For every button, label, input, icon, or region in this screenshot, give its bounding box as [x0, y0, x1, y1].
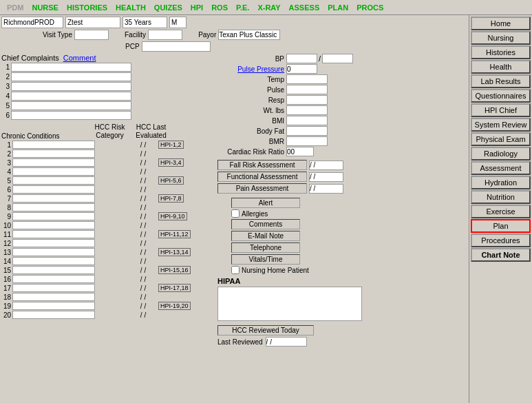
chronic-input-14[interactable] — [12, 257, 95, 265]
vitals-time-button[interactable]: Vitals/Time — [231, 254, 300, 265]
hpi-btn-9[interactable]: HPI-9,10 — [158, 212, 187, 220]
cardiac-risk-input[interactable] — [286, 147, 314, 156]
hpi-btn-5[interactable]: HPI-5,6 — [158, 176, 184, 185]
payor-input[interactable] — [218, 30, 280, 40]
sidebar-histories-button[interactable]: Histories — [471, 45, 531, 59]
pulse-input[interactable] — [286, 85, 328, 94]
pain-assess-button[interactable]: Pain Assessment — [217, 183, 307, 194]
pulse-pressure-link[interactable]: Pulse Pressure — [217, 65, 286, 73]
sidebar-exercise-button[interactable]: Exercise — [471, 205, 531, 218]
nursing-home-checkbox[interactable] — [231, 266, 240, 274]
telephone-button[interactable]: Telephone — [231, 242, 300, 253]
sidebar-radiology-button[interactable]: Radiology — [471, 147, 531, 161]
patient-name-field[interactable] — [65, 17, 120, 28]
nav-plan[interactable]: PLAN — [323, 3, 352, 12]
hpi-btn-15[interactable]: HPI-15,16 — [158, 266, 191, 274]
nav-assess[interactable]: ASSESS — [285, 3, 324, 12]
hpi-btn-13[interactable]: HPI-13,14 — [158, 248, 191, 256]
sidebar-nutrition-button[interactable]: Nutrition — [471, 190, 531, 204]
functional-assess-button[interactable]: Functional Assessment — [217, 172, 307, 182]
chronic-input-12[interactable] — [12, 239, 95, 247]
pcp-input[interactable] — [142, 41, 211, 52]
chronic-input-10[interactable] — [12, 221, 95, 229]
patient-gender-field[interactable] — [169, 17, 187, 28]
sidebar-home-button[interactable]: Home — [471, 17, 531, 30]
sidebar-chart-note-button[interactable]: Chart Note — [471, 248, 531, 262]
bmr-input[interactable] — [286, 136, 328, 146]
facility-input[interactable] — [148, 30, 182, 40]
chronic-input-15[interactable] — [12, 266, 95, 274]
visit-type-input[interactable] — [74, 30, 109, 40]
chronic-input-17[interactable] — [12, 284, 95, 292]
comments-button[interactable]: Comments — [231, 219, 300, 229]
hpi-btn-1[interactable]: HPI-1,2 — [158, 141, 184, 149]
sidebar-nursing-button[interactable]: Nursing — [471, 31, 531, 45]
functional-assess-date[interactable] — [309, 172, 343, 182]
hpi-btn-11[interactable]: HPI-11,12 — [158, 230, 191, 238]
hpi-btn-19[interactable]: HPI-19,20 — [158, 302, 191, 310]
chronic-input-11[interactable] — [12, 230, 95, 238]
chronic-input-20[interactable] — [12, 311, 95, 319]
patient-age-field[interactable] — [123, 17, 167, 28]
sidebar-health-button[interactable]: Health — [471, 60, 531, 74]
nav-quizes[interactable]: QUIZES — [150, 3, 187, 12]
sidebar-plan-button[interactable]: Plan — [471, 219, 531, 233]
chronic-input-6[interactable] — [12, 185, 95, 194]
nav-hpi[interactable]: HPI — [187, 3, 207, 12]
bp-input1[interactable] — [286, 54, 317, 63]
pulse-pressure-input[interactable] — [286, 64, 317, 74]
sidebar-system-review-button[interactable]: System Review — [471, 118, 531, 132]
sidebar-physical-exam-button[interactable]: Physical Exam — [471, 132, 531, 146]
chronic-input-3[interactable] — [12, 158, 95, 167]
nav-pdm[interactable]: PDM — [3, 3, 28, 12]
chronic-input-1[interactable] — [12, 141, 95, 149]
location-field[interactable] — [1, 17, 63, 28]
sidebar-assessment-button[interactable]: Assessment — [471, 161, 531, 175]
last-reviewed-input[interactable] — [266, 337, 307, 347]
sidebar-lab-results-button[interactable]: Lab Results — [471, 74, 531, 88]
chronic-input-18[interactable] — [12, 293, 95, 301]
sidebar-hpi-chief-button[interactable]: HPI Chief — [471, 103, 531, 117]
temp-input[interactable] — [286, 74, 328, 84]
nav-nurse[interactable]: NURSE — [28, 3, 63, 12]
fall-risk-date[interactable] — [309, 161, 343, 170]
comment-link[interactable]: Comment — [63, 54, 96, 62]
alert-button[interactable]: Alert — [231, 198, 300, 208]
sidebar-questionnaires-button[interactable]: Questionnaires — [471, 89, 531, 103]
chronic-input-2[interactable] — [12, 149, 95, 158]
nav-histories[interactable]: HISTORIES — [63, 3, 111, 12]
chronic-input-16[interactable] — [12, 275, 95, 283]
pain-assess-date[interactable] — [309, 184, 343, 194]
bp-input2[interactable] — [322, 54, 353, 63]
chronic-input-9[interactable] — [12, 212, 95, 220]
chronic-input-13[interactable] — [12, 248, 95, 256]
chronic-input-4[interactable] — [12, 167, 95, 176]
complaint-input-2[interactable] — [11, 72, 131, 81]
chronic-input-8[interactable] — [12, 203, 95, 211]
sidebar-hydration-button[interactable]: Hydration — [471, 176, 531, 189]
nav-ros[interactable]: ROS — [207, 3, 232, 12]
hcc-reviewed-button[interactable]: HCC Reviewed Today — [217, 325, 314, 335]
nav-xray[interactable]: X-RAY — [253, 3, 284, 12]
complaint-input-3[interactable] — [11, 82, 131, 91]
fall-risk-button[interactable]: Fall Risk Assessment — [217, 160, 307, 170]
complaint-input-4[interactable] — [11, 92, 131, 101]
hpi-btn-17[interactable]: HPI-17,18 — [158, 284, 191, 292]
nav-procs[interactable]: PROCS — [352, 3, 387, 12]
nav-health[interactable]: HEALTH — [111, 3, 150, 12]
resp-input[interactable] — [286, 95, 328, 105]
chronic-input-7[interactable] — [12, 194, 95, 203]
hpi-btn-7[interactable]: HPI-7,8 — [158, 194, 184, 203]
email-note-button[interactable]: E-Mail Note — [231, 231, 300, 241]
hipaa-textarea[interactable] — [217, 287, 362, 321]
hpi-btn-3[interactable]: HPI-3,4 — [158, 158, 184, 167]
complaint-input-1[interactable] — [11, 63, 131, 72]
complaint-input-5[interactable] — [11, 101, 131, 110]
wt-input[interactable] — [286, 105, 328, 115]
allergies-checkbox[interactable] — [231, 209, 240, 218]
chronic-input-5[interactable] — [12, 176, 95, 185]
complaint-input-6[interactable] — [11, 111, 131, 120]
bmi-input[interactable] — [286, 116, 328, 125]
sidebar-procedures-button[interactable]: Procedures — [471, 234, 531, 247]
chronic-input-19[interactable] — [12, 302, 95, 310]
